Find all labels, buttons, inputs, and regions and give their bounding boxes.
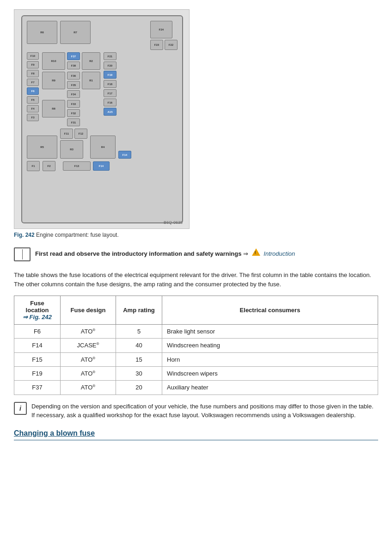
fuse-F6-blue: F6 <box>27 87 39 95</box>
fuse-F37-blue: F37 <box>67 52 80 60</box>
figure-container: R6 R7 F24 F23 F22 F10 F9 F8 F7 <box>14 9 378 238</box>
fuse-diagram-image: R6 R7 F24 F23 F22 F10 F9 F8 F7 <box>14 9 190 229</box>
fuse-F13: F13 <box>63 161 91 171</box>
fuse-F17: F17 <box>104 89 116 97</box>
relay-R10: R10 <box>42 52 65 70</box>
fuse-F5: F5 <box>27 96 39 104</box>
cell-design: ATO® <box>61 325 116 339</box>
fuse-F4: F4 <box>27 105 39 112</box>
relay-R3: R3 <box>60 140 83 159</box>
table-row: F6ATO®5Brake light sensor <box>14 325 378 339</box>
warning-triangle <box>252 248 260 256</box>
cell-consumer: Windscreen heating <box>162 339 378 352</box>
cell-location: F37 <box>14 381 61 395</box>
fuse-F38: F38 <box>67 62 80 69</box>
fuse-F24: F24 <box>150 21 172 38</box>
safety-notice: First read and observe the introductory … <box>14 245 378 264</box>
safety-bold-text: First read and observe the introductory … <box>35 250 241 257</box>
info-notice: i Depending on the version and specifica… <box>14 402 378 420</box>
cell-amp: 20 <box>116 381 162 395</box>
cell-design: ATO® <box>61 352 116 366</box>
table-row: F37ATO®20Auxiliary heater <box>14 381 378 395</box>
fuse-F11: F11 <box>60 129 73 139</box>
safety-text: First read and observe the introductory … <box>35 247 295 257</box>
fuse-F31: F31 <box>67 118 80 126</box>
fuse-F7: F7 <box>27 79 39 86</box>
description-text: The table shows the fuse locations of th… <box>14 271 378 289</box>
cell-design: ATO® <box>61 366 116 380</box>
figure-caption: Fig. 242 Engine compartment: fuse layout… <box>14 232 378 238</box>
col-header-location: Fuse location ⇒ Fig. 242 <box>14 296 61 325</box>
cell-location: F15 <box>14 352 61 366</box>
cell-location: F19 <box>14 366 61 380</box>
cell-amp: 40 <box>116 339 162 352</box>
relay-R9: R9 <box>42 72 65 89</box>
fuse-F21: F21 <box>104 52 116 60</box>
table-fig-ref: ⇒ Fig. 242 <box>23 314 52 321</box>
cell-amp: 15 <box>116 352 162 366</box>
fuse-F14-blue: F14 <box>118 151 131 159</box>
relay-R5: R5 <box>27 136 57 159</box>
fuse-F22: F22 <box>165 40 178 50</box>
info-icon: i <box>14 402 27 415</box>
table-row: F19ATO®30Windscreen wipers <box>14 366 378 380</box>
fuse-F19-blue: F19 <box>104 71 116 79</box>
fuse-F32: F32 <box>67 109 80 117</box>
fuse-F23: F23 <box>150 40 163 50</box>
intro-link[interactable]: Introduction <box>263 250 295 257</box>
fuse-A15-blue: A15 <box>104 108 116 116</box>
fuse-F12: F12 <box>74 129 87 139</box>
fuse-F1: F1 <box>27 161 40 171</box>
relay-R4: R4 <box>90 136 116 159</box>
cell-consumer: Horn <box>162 352 378 366</box>
book-icon <box>14 247 31 261</box>
fuse-F35: F35 <box>67 81 80 89</box>
cell-consumer: Windscreen wipers <box>162 366 378 380</box>
cell-consumer: Auxiliary heater <box>162 381 378 395</box>
fuse-F9: F9 <box>27 61 39 68</box>
cell-design: ATO® <box>61 381 116 395</box>
col-header-consumers: Electrical consumers <box>162 296 378 325</box>
warning-icon <box>251 247 261 257</box>
fig-num: Fig. 242 <box>14 232 35 238</box>
section-link-changing-fuse[interactable]: Changing a blown fuse <box>14 429 378 440</box>
cell-location: F6 <box>14 325 61 339</box>
cell-amp: 30 <box>116 366 162 380</box>
fig-caption-text: Engine compartment: fuse layout. <box>35 232 119 238</box>
relay-R7: R7 <box>60 21 91 44</box>
col-header-amp: Amp rating <box>116 296 162 325</box>
cell-consumer: Brake light sensor <box>162 325 378 339</box>
fuse-F8: F8 <box>27 70 39 77</box>
fuse-F34: F34 <box>67 90 80 98</box>
relay-R6: R6 <box>27 21 57 44</box>
relay-R8: R8 <box>42 100 65 117</box>
relay-R2: R2 <box>82 52 100 70</box>
fuse-F36: F36 <box>67 72 80 80</box>
relay-R1: R1 <box>82 72 100 89</box>
cell-location: F14 <box>14 339 61 352</box>
safety-arrow: ⇒ <box>243 250 248 257</box>
fuse-F33: F33 <box>67 100 80 108</box>
cell-amp: 5 <box>116 325 162 339</box>
fuse-F2: F2 <box>43 161 55 171</box>
table-row: F15ATO®15Horn <box>14 352 378 366</box>
fuse-F3: F3 <box>27 114 39 121</box>
cell-design: JCASE® <box>61 339 116 352</box>
fuse-F16: F16 <box>104 99 116 106</box>
fuse-F14b-blue: F14 <box>93 161 110 171</box>
watermark: B6Q-0635 <box>164 220 183 225</box>
fuse-table: Fuse location ⇒ Fig. 242 Fuse design Amp… <box>14 296 378 395</box>
col-header-design: Fuse design <box>61 296 116 325</box>
info-text: Depending on the version and specificati… <box>31 402 378 420</box>
fuse-F10: F10 <box>27 52 39 60</box>
table-row: F14JCASE®40Windscreen heating <box>14 339 378 352</box>
fuse-F20: F20 <box>104 62 116 69</box>
fuse-F18: F18 <box>104 80 116 88</box>
